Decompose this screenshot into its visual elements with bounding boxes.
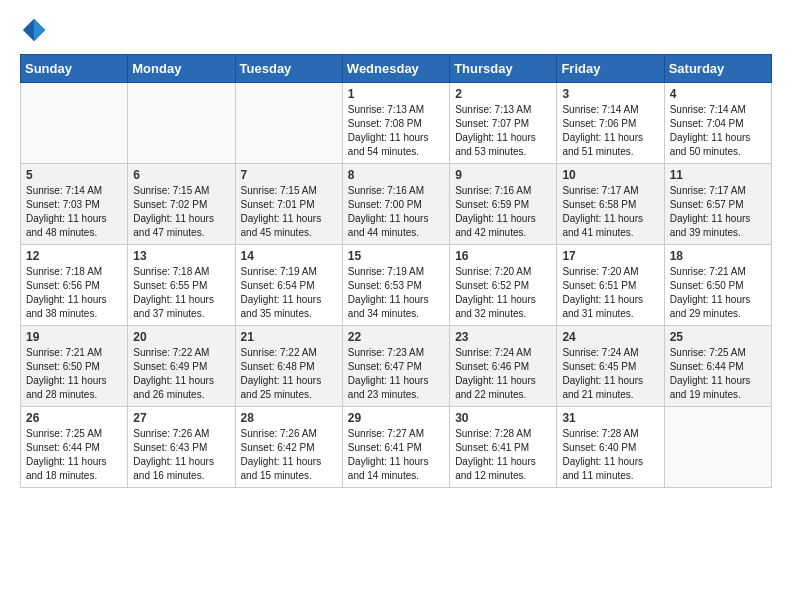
calendar-cell	[128, 83, 235, 164]
calendar-cell: 19Sunrise: 7:21 AMSunset: 6:50 PMDayligh…	[21, 326, 128, 407]
day-info: Sunrise: 7:25 AMSunset: 6:44 PMDaylight:…	[26, 427, 122, 483]
day-info: Sunrise: 7:13 AMSunset: 7:08 PMDaylight:…	[348, 103, 444, 159]
day-info: Sunrise: 7:17 AMSunset: 6:58 PMDaylight:…	[562, 184, 658, 240]
day-number: 25	[670, 330, 766, 344]
logo-icon	[20, 16, 48, 44]
day-info: Sunrise: 7:25 AMSunset: 6:44 PMDaylight:…	[670, 346, 766, 402]
day-info: Sunrise: 7:19 AMSunset: 6:54 PMDaylight:…	[241, 265, 337, 321]
day-number: 18	[670, 249, 766, 263]
weekday-header-monday: Monday	[128, 55, 235, 83]
weekday-header-sunday: Sunday	[21, 55, 128, 83]
calendar-cell: 9Sunrise: 7:16 AMSunset: 6:59 PMDaylight…	[450, 164, 557, 245]
day-number: 3	[562, 87, 658, 101]
day-info: Sunrise: 7:16 AMSunset: 6:59 PMDaylight:…	[455, 184, 551, 240]
calendar-cell: 27Sunrise: 7:26 AMSunset: 6:43 PMDayligh…	[128, 407, 235, 488]
weekday-header-tuesday: Tuesday	[235, 55, 342, 83]
day-number: 19	[26, 330, 122, 344]
day-info: Sunrise: 7:23 AMSunset: 6:47 PMDaylight:…	[348, 346, 444, 402]
day-number: 24	[562, 330, 658, 344]
calendar-cell: 28Sunrise: 7:26 AMSunset: 6:42 PMDayligh…	[235, 407, 342, 488]
calendar-cell: 23Sunrise: 7:24 AMSunset: 6:46 PMDayligh…	[450, 326, 557, 407]
day-number: 10	[562, 168, 658, 182]
day-info: Sunrise: 7:28 AMSunset: 6:41 PMDaylight:…	[455, 427, 551, 483]
calendar-cell	[21, 83, 128, 164]
day-number: 1	[348, 87, 444, 101]
calendar-cell: 31Sunrise: 7:28 AMSunset: 6:40 PMDayligh…	[557, 407, 664, 488]
day-info: Sunrise: 7:24 AMSunset: 6:45 PMDaylight:…	[562, 346, 658, 402]
day-number: 30	[455, 411, 551, 425]
calendar-cell: 13Sunrise: 7:18 AMSunset: 6:55 PMDayligh…	[128, 245, 235, 326]
page: SundayMondayTuesdayWednesdayThursdayFrid…	[0, 0, 792, 498]
calendar-cell	[235, 83, 342, 164]
day-number: 9	[455, 168, 551, 182]
calendar-cell: 1Sunrise: 7:13 AMSunset: 7:08 PMDaylight…	[342, 83, 449, 164]
calendar-cell: 20Sunrise: 7:22 AMSunset: 6:49 PMDayligh…	[128, 326, 235, 407]
day-number: 29	[348, 411, 444, 425]
day-info: Sunrise: 7:18 AMSunset: 6:56 PMDaylight:…	[26, 265, 122, 321]
week-row-0: 1Sunrise: 7:13 AMSunset: 7:08 PMDaylight…	[21, 83, 772, 164]
day-info: Sunrise: 7:19 AMSunset: 6:53 PMDaylight:…	[348, 265, 444, 321]
day-number: 7	[241, 168, 337, 182]
day-number: 8	[348, 168, 444, 182]
day-number: 31	[562, 411, 658, 425]
week-row-1: 5Sunrise: 7:14 AMSunset: 7:03 PMDaylight…	[21, 164, 772, 245]
calendar: SundayMondayTuesdayWednesdayThursdayFrid…	[20, 54, 772, 488]
day-number: 28	[241, 411, 337, 425]
calendar-cell: 25Sunrise: 7:25 AMSunset: 6:44 PMDayligh…	[664, 326, 771, 407]
day-info: Sunrise: 7:18 AMSunset: 6:55 PMDaylight:…	[133, 265, 229, 321]
day-info: Sunrise: 7:28 AMSunset: 6:40 PMDaylight:…	[562, 427, 658, 483]
calendar-cell: 5Sunrise: 7:14 AMSunset: 7:03 PMDaylight…	[21, 164, 128, 245]
day-info: Sunrise: 7:22 AMSunset: 6:49 PMDaylight:…	[133, 346, 229, 402]
day-number: 5	[26, 168, 122, 182]
day-info: Sunrise: 7:15 AMSunset: 7:01 PMDaylight:…	[241, 184, 337, 240]
calendar-cell: 8Sunrise: 7:16 AMSunset: 7:00 PMDaylight…	[342, 164, 449, 245]
day-info: Sunrise: 7:20 AMSunset: 6:52 PMDaylight:…	[455, 265, 551, 321]
calendar-cell: 29Sunrise: 7:27 AMSunset: 6:41 PMDayligh…	[342, 407, 449, 488]
calendar-cell: 22Sunrise: 7:23 AMSunset: 6:47 PMDayligh…	[342, 326, 449, 407]
header	[20, 16, 772, 44]
day-number: 11	[670, 168, 766, 182]
day-number: 13	[133, 249, 229, 263]
week-row-2: 12Sunrise: 7:18 AMSunset: 6:56 PMDayligh…	[21, 245, 772, 326]
calendar-cell: 21Sunrise: 7:22 AMSunset: 6:48 PMDayligh…	[235, 326, 342, 407]
day-number: 12	[26, 249, 122, 263]
calendar-cell: 10Sunrise: 7:17 AMSunset: 6:58 PMDayligh…	[557, 164, 664, 245]
day-number: 17	[562, 249, 658, 263]
day-number: 22	[348, 330, 444, 344]
calendar-cell: 6Sunrise: 7:15 AMSunset: 7:02 PMDaylight…	[128, 164, 235, 245]
day-number: 15	[348, 249, 444, 263]
day-info: Sunrise: 7:27 AMSunset: 6:41 PMDaylight:…	[348, 427, 444, 483]
day-number: 16	[455, 249, 551, 263]
calendar-cell: 16Sunrise: 7:20 AMSunset: 6:52 PMDayligh…	[450, 245, 557, 326]
calendar-cell: 15Sunrise: 7:19 AMSunset: 6:53 PMDayligh…	[342, 245, 449, 326]
calendar-cell: 11Sunrise: 7:17 AMSunset: 6:57 PMDayligh…	[664, 164, 771, 245]
day-info: Sunrise: 7:22 AMSunset: 6:48 PMDaylight:…	[241, 346, 337, 402]
calendar-cell: 17Sunrise: 7:20 AMSunset: 6:51 PMDayligh…	[557, 245, 664, 326]
weekday-header-wednesday: Wednesday	[342, 55, 449, 83]
day-info: Sunrise: 7:20 AMSunset: 6:51 PMDaylight:…	[562, 265, 658, 321]
day-number: 27	[133, 411, 229, 425]
calendar-cell: 14Sunrise: 7:19 AMSunset: 6:54 PMDayligh…	[235, 245, 342, 326]
day-info: Sunrise: 7:14 AMSunset: 7:06 PMDaylight:…	[562, 103, 658, 159]
logo	[20, 16, 52, 44]
calendar-cell: 2Sunrise: 7:13 AMSunset: 7:07 PMDaylight…	[450, 83, 557, 164]
calendar-cell	[664, 407, 771, 488]
day-info: Sunrise: 7:21 AMSunset: 6:50 PMDaylight:…	[670, 265, 766, 321]
day-info: Sunrise: 7:14 AMSunset: 7:04 PMDaylight:…	[670, 103, 766, 159]
weekday-header-saturday: Saturday	[664, 55, 771, 83]
weekday-header-thursday: Thursday	[450, 55, 557, 83]
day-number: 21	[241, 330, 337, 344]
day-info: Sunrise: 7:13 AMSunset: 7:07 PMDaylight:…	[455, 103, 551, 159]
day-info: Sunrise: 7:17 AMSunset: 6:57 PMDaylight:…	[670, 184, 766, 240]
day-info: Sunrise: 7:15 AMSunset: 7:02 PMDaylight:…	[133, 184, 229, 240]
weekday-header-row: SundayMondayTuesdayWednesdayThursdayFrid…	[21, 55, 772, 83]
day-number: 4	[670, 87, 766, 101]
calendar-cell: 7Sunrise: 7:15 AMSunset: 7:01 PMDaylight…	[235, 164, 342, 245]
day-info: Sunrise: 7:21 AMSunset: 6:50 PMDaylight:…	[26, 346, 122, 402]
day-info: Sunrise: 7:26 AMSunset: 6:43 PMDaylight:…	[133, 427, 229, 483]
day-number: 26	[26, 411, 122, 425]
day-number: 6	[133, 168, 229, 182]
weekday-header-friday: Friday	[557, 55, 664, 83]
calendar-cell: 26Sunrise: 7:25 AMSunset: 6:44 PMDayligh…	[21, 407, 128, 488]
calendar-cell: 30Sunrise: 7:28 AMSunset: 6:41 PMDayligh…	[450, 407, 557, 488]
